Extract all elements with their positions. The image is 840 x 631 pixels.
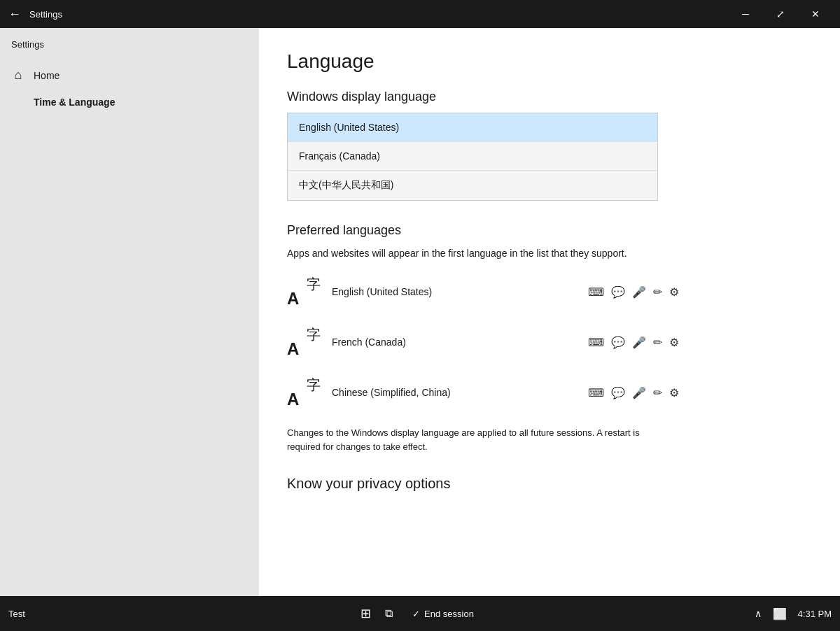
- language-option-chinese[interactable]: 中文(中华人民共和国): [288, 171, 657, 200]
- taskbar-sys-tray: ∧ ⬜ 4:31 PM: [755, 607, 832, 621]
- lang-icon-chinese: A 字: [287, 376, 321, 409]
- maximize-button[interactable]: ⤢: [764, 0, 797, 28]
- lang-icon-french: A 字: [287, 325, 321, 359]
- sidebar: Settings ⌂ Home Time & Language: [0, 28, 259, 596]
- preferred-languages-section-title: Preferred languages: [287, 223, 812, 238]
- lang-edit-icon[interactable]: ✏: [653, 285, 662, 299]
- minimize-button[interactable]: ─: [729, 0, 762, 28]
- chevron-up-icon[interactable]: ∧: [755, 608, 762, 619]
- language-option-french[interactable]: Français (Canada): [288, 142, 657, 171]
- home-icon: ⌂: [11, 68, 25, 83]
- main-area: Settings ⌂ Home Time & Language Language…: [0, 28, 840, 596]
- lang-name-english: English (United States): [332, 286, 588, 297]
- lang-name-french: French (Canada): [332, 336, 588, 348]
- end-session-button[interactable]: ✓ End session: [407, 606, 479, 622]
- back-button[interactable]: ←: [8, 7, 21, 22]
- display-language-list: English (United States) Français (Canada…: [287, 113, 658, 201]
- display-language-section-title: Windows display language: [287, 90, 812, 104]
- lang-char-a-zh: A: [287, 390, 299, 409]
- lang-speech-bubble-icon-fr[interactable]: 💬: [611, 336, 625, 349]
- lang-settings-icon[interactable]: ⚙: [669, 285, 679, 299]
- sidebar-header: Settings: [0, 34, 259, 61]
- lang-keyboard-icon-zh[interactable]: ⌨: [588, 386, 604, 399]
- lang-icons-french: ⌨ 💬 🎤 ✏ ⚙: [588, 336, 679, 349]
- lang-name-chinese: Chinese (Simplified, China): [332, 387, 588, 398]
- start-button[interactable]: ⊞: [360, 606, 371, 621]
- notification-icon[interactable]: ⬜: [773, 607, 787, 621]
- content-area: Language Windows display language Englis…: [259, 28, 840, 596]
- lang-char-cjk: 字: [307, 275, 321, 294]
- sidebar-item-time-language-label: Time & Language: [34, 97, 115, 108]
- lang-mic-icon[interactable]: 🎤: [632, 285, 646, 299]
- lang-icon-english: A 字: [287, 275, 321, 309]
- end-session-label: End session: [424, 609, 474, 619]
- lang-row-english: A 字 English (United States) ⌨ 💬 🎤 ✏ ⚙: [287, 275, 679, 309]
- preferred-languages-description: Apps and websites will appear in the fir…: [287, 246, 651, 261]
- sidebar-item-home-label: Home: [34, 70, 59, 81]
- lang-keyboard-icon[interactable]: ⌨: [588, 285, 604, 299]
- lang-edit-icon-fr[interactable]: ✏: [653, 336, 662, 349]
- lang-keyboard-icon-fr[interactable]: ⌨: [588, 336, 604, 349]
- taskbar-time: 4:31 PM: [798, 609, 832, 619]
- lang-char-a-fr: A: [287, 339, 299, 359]
- titlebar: ← Settings ─ ⤢ ✕: [0, 0, 840, 28]
- lang-mic-icon-fr[interactable]: 🎤: [632, 336, 646, 349]
- language-option-english[interactable]: English (United States): [288, 113, 657, 142]
- titlebar-title: Settings: [29, 9, 729, 20]
- notice-text: Changes to the Windows display language …: [287, 426, 651, 453]
- end-session-check-icon: ✓: [412, 609, 420, 619]
- window-controls: ─ ⤢ ✕: [729, 0, 832, 28]
- lang-mic-icon-zh[interactable]: 🎤: [632, 386, 646, 399]
- taskbar-label: Test: [8, 609, 25, 619]
- lang-row-chinese: A 字 Chinese (Simplified, China) ⌨ 💬 🎤 ✏ …: [287, 376, 679, 409]
- lang-char-cjk-fr: 字: [307, 325, 321, 344]
- lang-row-french: A 字 French (Canada) ⌨ 💬 🎤 ✏ ⚙: [287, 325, 679, 359]
- sidebar-item-time-language[interactable]: Time & Language: [0, 90, 259, 115]
- taskbar: Test ⊞ ⧉ ✓ End session ∧ ⬜ 4:31 PM: [0, 596, 840, 631]
- lang-settings-icon-fr[interactable]: ⚙: [669, 336, 679, 349]
- taskbar-center: ⊞ ⧉ ✓ End session: [360, 606, 479, 622]
- page-title: Language: [287, 50, 812, 73]
- lang-settings-icon-zh[interactable]: ⚙: [669, 386, 679, 399]
- lang-char-a: A: [287, 289, 299, 309]
- sidebar-item-home[interactable]: ⌂ Home: [0, 61, 259, 90]
- lang-icons-english: ⌨ 💬 🎤 ✏ ⚙: [588, 285, 679, 299]
- lang-char-cjk-zh: 字: [307, 376, 321, 395]
- privacy-section-title: Know your privacy options: [287, 476, 812, 492]
- lang-speech-bubble-icon-zh[interactable]: 💬: [611, 386, 625, 399]
- task-view-button[interactable]: ⧉: [385, 607, 393, 620]
- close-button[interactable]: ✕: [799, 0, 832, 28]
- lang-icons-chinese: ⌨ 💬 🎤 ✏ ⚙: [588, 386, 679, 399]
- lang-speech-bubble-icon[interactable]: 💬: [611, 285, 625, 299]
- lang-edit-icon-zh[interactable]: ✏: [653, 386, 662, 399]
